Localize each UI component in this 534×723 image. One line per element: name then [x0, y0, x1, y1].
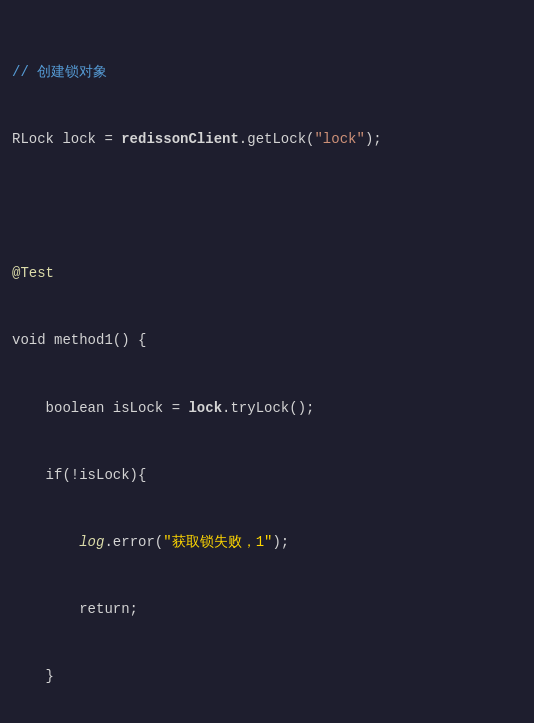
code-line-2: RLock lock = redissonClient.getLock("loc… — [12, 128, 522, 150]
code-line-5: void method1() { — [12, 329, 522, 351]
code-line-7: if(!isLock){ — [12, 464, 522, 486]
code-line-10: } — [12, 665, 522, 687]
code-block: // 创建锁对象 RLock lock = redissonClient.get… — [12, 16, 522, 723]
code-line-9: return; — [12, 598, 522, 620]
code-line-6: boolean isLock = lock.tryLock(); — [12, 397, 522, 419]
comment-line-1: // 创建锁对象 — [12, 61, 522, 83]
code-line-8: log.error("获取锁失败，1"); — [12, 531, 522, 553]
comment-text: // 创建锁对象 — [12, 64, 107, 80]
annotation-line-4: @Test — [12, 262, 522, 284]
blank-line-3 — [12, 195, 522, 217]
